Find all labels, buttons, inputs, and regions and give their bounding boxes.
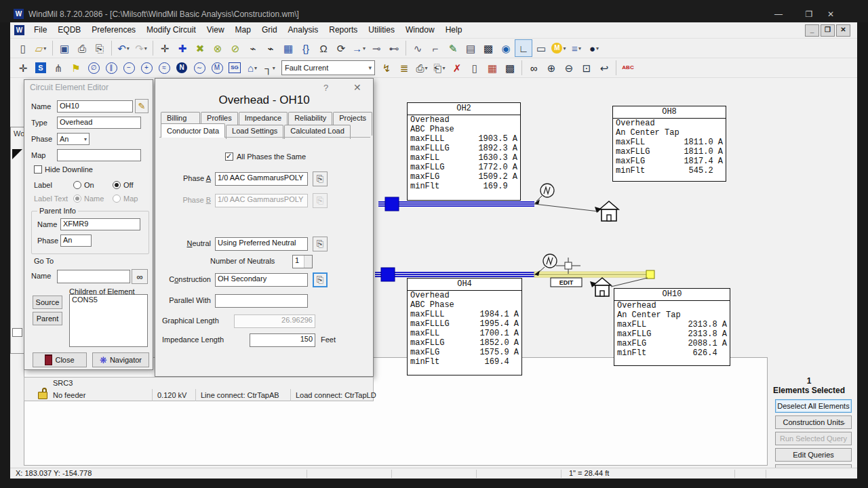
line-element-dropdown-icon[interactable]: ▾: [273, 65, 275, 71]
edit-queries-button[interactable]: Edit Queries: [775, 448, 852, 462]
impedance-length-input[interactable]: 150: [250, 333, 315, 347]
zoom-out-icon[interactable]: ⊖: [560, 59, 578, 77]
menu-analysis[interactable]: Analysis: [283, 22, 324, 38]
add-element-icon[interactable]: ✚: [174, 39, 191, 57]
navigator-button[interactable]: ❋Navigator: [92, 352, 149, 367]
help-icon[interactable]: ?: [323, 83, 328, 93]
children-list[interactable]: CONS5: [69, 294, 148, 347]
menu-grid[interactable]: Grid: [256, 22, 283, 38]
flow-direction-icon[interactable]: →▾: [350, 39, 368, 57]
report-dark-icon[interactable]: ▩: [501, 59, 519, 77]
rename-button[interactable]: ✎: [135, 99, 149, 113]
panel-view-icon[interactable]: ▤: [462, 39, 479, 57]
menu-modify-circuit[interactable]: Modify Circuit: [141, 22, 201, 38]
report-document-icon[interactable]: ⎗▾: [431, 59, 448, 77]
report-grid-icon[interactable]: ▦: [484, 59, 501, 77]
redo-dropdown-icon[interactable]: ▾: [144, 45, 147, 52]
fault-info-box-oh10[interactable]: OH10OverheadAn Center TapmaxFLL2313.8 Am…: [614, 288, 730, 366]
menu-reports[interactable]: Reports: [323, 22, 363, 38]
delete-selected-icon[interactable]: ▦: [279, 39, 297, 57]
disconnect-sections-icon[interactable]: ⌁: [262, 39, 279, 57]
phase-display-dropdown-icon[interactable]: ▾: [578, 45, 581, 52]
node-element-icon[interactable]: N: [173, 59, 191, 77]
construction-input[interactable]: OH Secondary: [215, 273, 308, 287]
substation-element-icon[interactable]: SG: [226, 59, 243, 77]
transformer-symbol[interactable]: [540, 184, 554, 197]
find-icon[interactable]: ∞: [525, 59, 542, 77]
open-file-dropdown-icon[interactable]: ▾: [43, 45, 46, 52]
report-print-icon[interactable]: ⎙▾: [413, 59, 431, 77]
undo-icon[interactable]: ↶▾: [115, 39, 132, 57]
mdi-close-icon[interactable]: ✕: [836, 24, 850, 37]
hide-downline-checkbox[interactable]: [34, 165, 42, 174]
elbow-tool-icon[interactable]: ⌐: [427, 39, 444, 57]
curve-tool-icon[interactable]: ∿: [409, 39, 427, 57]
menu-file[interactable]: File: [28, 22, 52, 38]
goto-find-button[interactable]: ∞: [132, 269, 148, 284]
construction-pick-button[interactable]: ⎘: [313, 272, 328, 287]
report-print-dropdown-icon[interactable]: ▾: [425, 65, 428, 71]
open-file-icon[interactable]: ▱▾: [32, 39, 50, 57]
parent-button[interactable]: Parent: [33, 312, 62, 325]
goto-name-input[interactable]: [57, 270, 130, 283]
consumer-house-symbol[interactable]: [593, 278, 611, 296]
name-input[interactable]: OH10: [57, 100, 133, 113]
delete-element-icon[interactable]: ✖: [191, 39, 209, 57]
map-input[interactable]: [57, 149, 141, 161]
minimize-icon[interactable]: —: [768, 8, 789, 20]
pole-tool-icon[interactable]: ⋔: [50, 59, 67, 77]
sketch-tool-icon[interactable]: ✎: [444, 39, 462, 57]
mdi-restore-icon[interactable]: ❐: [821, 24, 835, 37]
menu-utilities[interactable]: Utilities: [363, 22, 400, 38]
node-tool-icon[interactable]: ⊸: [368, 39, 385, 57]
menu-help[interactable]: Help: [440, 22, 468, 38]
menu-eqdb[interactable]: EQDB: [52, 22, 86, 38]
mdi-minimize-icon[interactable]: _: [805, 24, 819, 37]
connect-sections-icon[interactable]: ⌁: [244, 39, 262, 57]
print-icon[interactable]: ⎙: [73, 39, 91, 57]
flow-direction-dropdown-icon[interactable]: ▾: [363, 45, 366, 52]
world-view-icon[interactable]: ◉: [497, 39, 515, 57]
new-report-icon[interactable]: ▯: [466, 59, 484, 77]
phase-line-oh4[interactable]: [375, 272, 534, 277]
trace-tool-icon[interactable]: Ω: [315, 39, 332, 57]
merge-element-icon[interactable]: ⊘: [226, 39, 244, 57]
construction-units-button[interactable]: Construction Units⌄: [775, 415, 852, 429]
print-preview-icon[interactable]: ⎘: [91, 39, 108, 57]
profile-chart-icon[interactable]: ▩: [479, 39, 497, 57]
source-node[interactable]: [381, 268, 395, 281]
motor-element-icon[interactable]: M: [208, 59, 226, 77]
selected-node[interactable]: [646, 270, 654, 279]
replace-element-icon[interactable]: ⊗: [209, 39, 226, 57]
regulator-element-icon[interactable]: −: [120, 59, 138, 77]
transformer-symbol[interactable]: [543, 254, 557, 268]
list-item[interactable]: CONS5: [72, 296, 145, 304]
select-mode-icon[interactable]: S: [32, 59, 50, 77]
label-on-radio[interactable]: [73, 181, 81, 189]
service-line[interactable]: [611, 278, 648, 287]
parallel-with-input[interactable]: [215, 294, 308, 308]
neutral-input[interactable]: Using Preferred Neutral: [215, 237, 308, 251]
close-icon[interactable]: ✕: [821, 8, 841, 20]
line-element-icon[interactable]: ┐▾: [261, 59, 279, 77]
source-node[interactable]: [385, 197, 399, 211]
transformer-element-icon[interactable]: ∥: [102, 59, 120, 77]
zoom-window-icon[interactable]: ⊡: [578, 59, 595, 77]
restore-icon[interactable]: ❐: [799, 8, 819, 20]
fault-info-box-oh2[interactable]: OH2OverheadABC PhasemaxFLLL1903.5 AmaxFL…: [407, 102, 521, 201]
switch-element-icon[interactable]: ≈: [155, 59, 173, 77]
undo-dropdown-icon[interactable]: ▾: [127, 45, 130, 52]
menu-map[interactable]: Map: [230, 22, 256, 38]
deselect-all-elements-button[interactable]: Deselect All Elements: [775, 399, 852, 413]
menu-view[interactable]: View: [201, 22, 230, 38]
refresh-circuit-icon[interactable]: ⟳: [332, 39, 350, 57]
measure-tool-icon[interactable]: ∟: [515, 39, 532, 57]
highlight-tool-icon[interactable]: ⚑: [67, 59, 85, 77]
close-button[interactable]: Close: [33, 352, 87, 367]
phase-a-input[interactable]: 1/0 AAC GammarusPOLY: [215, 172, 308, 186]
capacitor-element-icon[interactable]: +: [138, 59, 155, 77]
edit-mode-icon[interactable]: ✛: [14, 59, 32, 77]
zoom-previous-icon[interactable]: ↩: [595, 59, 613, 77]
window-list-icon[interactable]: ▭: [532, 39, 550, 57]
display-mode-icon[interactable]: ●▾: [585, 39, 603, 57]
